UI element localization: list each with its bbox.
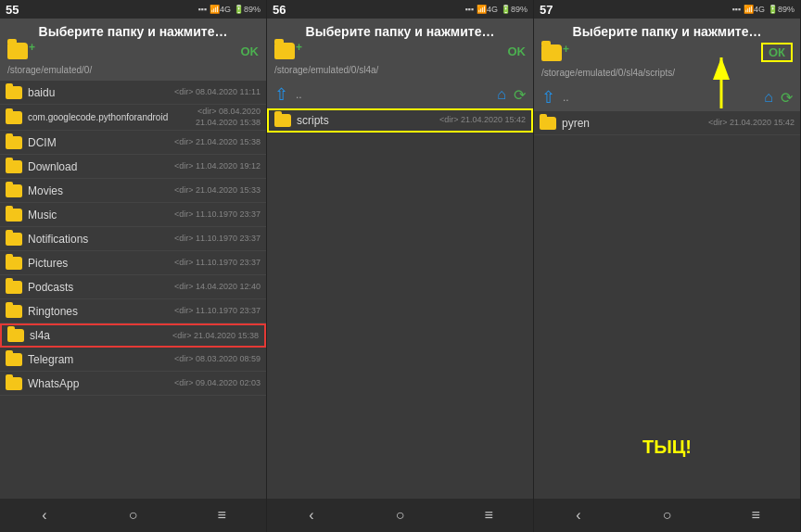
ok-button-55[interactable]: OK — [241, 44, 260, 58]
file-meta: <dir> 08.03.2020 08:59 — [174, 354, 261, 365]
file-name: sl4a — [30, 329, 172, 342]
lte-icon: 📶4G — [477, 5, 498, 14]
file-meta: <dir> 21.04.2020 15:38 — [174, 137, 261, 148]
ok-button-56[interactable]: OK — [508, 44, 527, 58]
nav-row-56: ⇧ .. ⌂ ⟳ — [267, 81, 533, 108]
file-meta: <dir> 11.10.1970 23:37 — [174, 209, 261, 221]
status-icons-55: ▪▪▪ 📶4G 🔋89% — [197, 5, 261, 14]
folder-icon — [6, 136, 22, 149]
battery-icon: 🔋89% — [501, 5, 528, 14]
ok-button-57[interactable]: ОК — [761, 43, 793, 62]
file-item[interactable]: DCIM <dir> 21.04.2020 15:38 — [0, 131, 266, 155]
file-name: DCIM — [28, 136, 174, 149]
folder-icon — [6, 377, 22, 390]
home-button-56[interactable]: ○ — [381, 499, 418, 532]
path-bar-55: /storage/emulated/0/ — [7, 63, 259, 77]
panel-57: 57 ▪▪▪ 📶4G 🔋89% Выберите папку и нажмите… — [534, 0, 801, 532]
nav-up-label-56: .. — [296, 88, 302, 101]
file-item[interactable]: Movies <dir> 21.04.2020 15:33 — [0, 179, 266, 203]
folder-icon — [7, 329, 24, 342]
new-folder-button-57[interactable] — [541, 44, 562, 61]
new-folder-button-56[interactable] — [274, 43, 295, 59]
home-button-57[interactable]: ○ — [648, 499, 685, 532]
file-meta: <dir> 11.04.2020 19:12 — [174, 161, 261, 172]
step-number-57: 57 — [540, 3, 553, 17]
file-item-scripts[interactable]: scripts <dir> 21.04.2020 15:42 — [267, 108, 533, 133]
status-icons-57: ▪▪▪ 📶4G 🔋89% — [731, 5, 795, 14]
folder-icon — [6, 281, 22, 294]
file-item-sl4a[interactable]: sl4a <dir> 21.04.2020 15:38 — [0, 323, 266, 348]
step-number-55: 55 — [6, 3, 19, 17]
file-name: baidu — [28, 86, 174, 99]
folder-icon — [6, 233, 22, 246]
file-meta: <dir> 11.10.1970 23:37 — [174, 306, 261, 317]
file-item[interactable]: baidu <dir> 08.04.2020 11:11 — [0, 81, 266, 105]
new-folder-icon-55 — [7, 43, 28, 59]
file-meta: <dir> 21.04.2020 15:42 — [439, 115, 526, 126]
folder-icon — [6, 160, 22, 173]
nav-home-icon-56[interactable]: ⌂ — [497, 86, 506, 103]
header-controls-56: OK — [274, 43, 526, 59]
file-item[interactable]: Download <dir> 11.04.2020 19:12 — [0, 155, 266, 179]
nav-up-label-57: .. — [563, 91, 569, 104]
folder-icon — [6, 257, 22, 270]
file-name: pyren — [562, 117, 708, 130]
file-item[interactable]: com.googlecode.pythonforandroid <dir> 08… — [0, 105, 266, 131]
panel-header-55: Выберите папку и нажмите… OK /storage/em… — [0, 19, 266, 81]
nav-refresh-icon-57[interactable]: ⟳ — [781, 89, 793, 107]
folder-icon — [540, 117, 556, 130]
file-meta: <dir> 09.04.2020 02:03 — [174, 378, 261, 389]
file-item[interactable]: Ringtones <dir> 11.10.1970 23:37 — [0, 299, 266, 323]
file-meta: <dir> 21.04.2020 15:38 — [172, 331, 259, 342]
panel-header-57: Выберите папку и нажмите… ОК /storage/em… — [534, 19, 800, 83]
header-controls-57: ОК — [541, 43, 793, 62]
nav-home-icon-57[interactable]: ⌂ — [764, 89, 773, 106]
menu-button-55[interactable]: ≡ — [203, 499, 240, 532]
status-icons-56: ▪▪▪ 📶4G 🔋89% — [464, 5, 528, 14]
file-name: Ringtones — [28, 305, 174, 318]
battery-icon: 🔋89% — [234, 5, 261, 14]
signal-icon: ▪▪▪ — [464, 5, 474, 14]
new-folder-button-55[interactable] — [7, 43, 28, 59]
back-button-57[interactable]: ‹ — [560, 499, 597, 532]
file-item[interactable]: Telegram <dir> 08.03.2020 08:59 — [0, 348, 266, 372]
nav-refresh-icon-56[interactable]: ⟳ — [514, 86, 526, 104]
status-bar-57: 57 ▪▪▪ 📶4G 🔋89% — [534, 0, 800, 19]
file-name: Telegram — [28, 353, 174, 366]
signal-icon: ▪▪▪ — [197, 5, 207, 14]
lte-icon: 📶4G — [744, 5, 765, 14]
panel-55: 55 ▪▪▪ 📶4G 🔋89% Выберите папку и нажмите… — [0, 0, 267, 532]
nav-up-icon-56[interactable]: ⇧ — [274, 84, 288, 105]
file-name: Movies — [28, 184, 174, 197]
file-item[interactable]: Notifications <dir> 11.10.1970 23:37 — [0, 227, 266, 251]
path-bar-56: /storage/emulated/0/sl4a/ — [274, 63, 526, 77]
home-button-55[interactable]: ○ — [114, 499, 151, 532]
file-meta: <dir> 14.04.2020 12:40 — [174, 282, 261, 293]
file-list-56: scripts <dir> 21.04.2020 15:42 — [267, 108, 533, 499]
back-button-56[interactable]: ‹ — [293, 499, 330, 532]
menu-button-57[interactable]: ≡ — [737, 499, 774, 532]
menu-button-56[interactable]: ≡ — [470, 499, 507, 532]
nav-up-icon-57[interactable]: ⇧ — [541, 87, 555, 108]
file-name: scripts — [297, 114, 439, 127]
new-folder-icon-57 — [541, 44, 562, 61]
folder-icon — [6, 353, 22, 366]
file-meta: <dir> 08.04.2020 11:11 — [174, 87, 261, 98]
file-item-pyren[interactable]: pyren <dir> 21.04.2020 15:42 — [534, 111, 800, 135]
header-title-56: Выберите папку и нажмите… — [274, 24, 526, 39]
back-button-55[interactable]: ‹ — [26, 499, 63, 532]
folder-icon — [6, 209, 22, 222]
file-name: Download — [28, 160, 174, 173]
file-name: WhatsApp — [28, 377, 174, 390]
step-number-56: 56 — [273, 3, 286, 17]
file-name: com.googlecode.pythonforandroid — [28, 112, 196, 122]
file-item[interactable]: Podcasts <dir> 14.04.2020 12:40 — [0, 275, 266, 299]
file-item[interactable]: Music <dir> 11.10.1970 23:37 — [0, 203, 266, 227]
file-item[interactable]: WhatsApp <dir> 09.04.2020 02:03 — [0, 372, 266, 396]
file-item[interactable]: Pictures <dir> 11.10.1970 23:37 — [0, 251, 266, 275]
bottom-nav-56: ‹ ○ ≡ — [267, 499, 533, 532]
file-name: Podcasts — [28, 281, 174, 294]
signal-icon: ▪▪▪ — [731, 5, 741, 14]
folder-icon — [6, 86, 22, 99]
panel-56: 56 ▪▪▪ 📶4G 🔋89% Выберите папку и нажмите… — [267, 0, 534, 532]
